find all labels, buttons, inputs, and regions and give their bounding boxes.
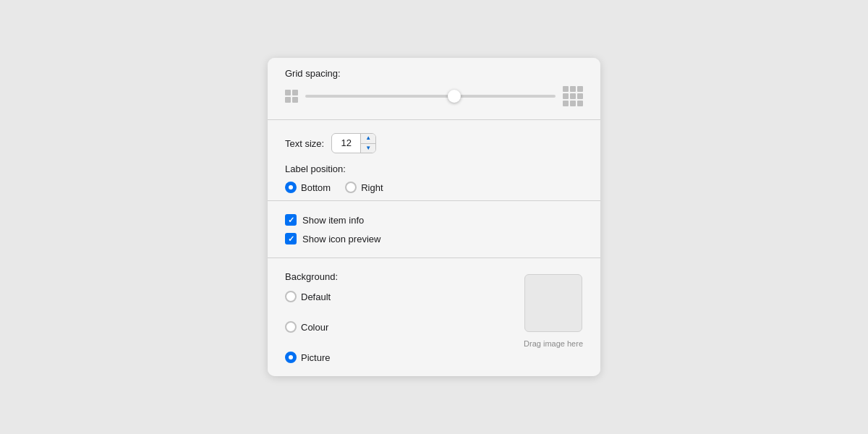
grid-spacing-slider[interactable] [305, 95, 556, 98]
spinner-up-button[interactable]: ▲ [361, 133, 375, 144]
show-item-info-checkbox[interactable] [285, 214, 297, 226]
text-size-spinner[interactable]: 12 ▲ ▼ [331, 133, 376, 153]
spinner-down-button[interactable]: ▼ [361, 144, 375, 154]
radio-default-input[interactable] [285, 291, 297, 302]
radio-right-input[interactable] [345, 182, 357, 193]
spinner-arrows: ▲ ▼ [361, 133, 375, 153]
show-item-info-label: Show item info [302, 215, 364, 226]
radio-option-colour[interactable]: Colour [285, 321, 524, 333]
radio-picture-label: Picture [301, 352, 330, 363]
radio-right-label: Right [361, 182, 383, 193]
show-icon-preview-row[interactable]: Show icon preview [285, 233, 583, 244]
text-size-label: Text size: [285, 138, 324, 149]
checkboxes-section: Show item info Show icon preview [268, 201, 600, 258]
radio-colour-label: Colour [301, 322, 328, 333]
grid-small-icon [285, 90, 298, 103]
radio-colour-input[interactable] [285, 321, 297, 333]
text-size-value: 12 [332, 133, 361, 153]
text-size-section: Text size: 12 ▲ ▼ Label position: Bottom… [268, 120, 600, 201]
radio-option-default[interactable]: Default [285, 291, 524, 302]
radio-bottom-input[interactable] [285, 182, 297, 193]
drag-image-label: Drag image here [524, 339, 583, 348]
background-label: Background: [285, 271, 524, 282]
background-right: Drag image here [524, 271, 583, 363]
radio-bottom-label: Bottom [301, 182, 331, 193]
grid-spacing-section: Grid spacing: [268, 58, 600, 120]
background-section: Background: Default Colour Picture Drag … [268, 258, 600, 376]
label-position-label: Label position: [285, 163, 583, 174]
grid-large-icon [563, 86, 583, 106]
radio-option-picture[interactable]: Picture [285, 352, 524, 363]
grid-spacing-label: Grid spacing: [285, 68, 583, 79]
show-icon-preview-checkbox[interactable] [285, 233, 297, 244]
settings-panel: Grid spacing: Text size: 12 ▲ ▼ [268, 58, 600, 376]
radio-default-label: Default [301, 292, 331, 302]
radio-picture-input[interactable] [285, 352, 297, 363]
text-size-row: Text size: 12 ▲ ▼ [285, 133, 583, 153]
image-drop-zone[interactable] [524, 274, 582, 332]
background-options: Background: Default Colour Picture [285, 271, 524, 363]
label-position-radio-group: Bottom Right [285, 182, 583, 193]
radio-option-bottom[interactable]: Bottom [285, 182, 331, 193]
slider-row [285, 86, 583, 106]
show-item-info-row[interactable]: Show item info [285, 214, 583, 226]
radio-option-right[interactable]: Right [345, 182, 383, 193]
show-icon-preview-label: Show icon preview [302, 234, 380, 244]
